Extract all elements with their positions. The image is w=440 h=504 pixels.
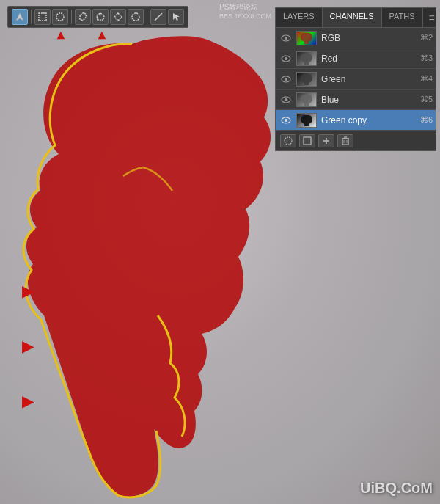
channel-blue[interactable]: Blue ⌘5 [276, 90, 436, 110]
channel-thumb-red [296, 51, 317, 66]
svg-point-3 [132, 13, 139, 21]
load-selection-button[interactable] [280, 134, 296, 147]
svg-point-15 [285, 119, 287, 122]
tab-paths[interactable]: PATHS [382, 8, 423, 27]
arrow-right-1: ▶ [22, 282, 33, 300]
arrow-up-1: ▼ [54, 28, 67, 43]
channel-name-green: Green [321, 74, 417, 84]
direct-select-button[interactable] [168, 9, 184, 25]
svg-point-13 [285, 98, 287, 101]
lasso-tool-button[interactable] [12, 9, 28, 25]
watermark-bottom: UiBQ.CoM [360, 480, 433, 497]
svg-marker-2 [114, 13, 122, 21]
channel-thumb-rgb [296, 31, 317, 45]
toolbar-separator-2 [71, 10, 72, 24]
channel-thumb-blue [296, 92, 317, 107]
svg-point-16 [285, 137, 292, 145]
channel-rgb[interactable]: RGB ⌘2 [276, 28, 436, 48]
delete-channel-button[interactable] [337, 134, 353, 147]
channel-visibility-red[interactable] [279, 51, 293, 66]
channel-name-blue: Blue [321, 95, 417, 105]
svg-point-1 [56, 13, 64, 21]
channel-shortcut-rgb: ⌘2 [420, 33, 433, 43]
toolbar-separator [31, 10, 32, 24]
channel-shortcut-blue: ⌘5 [420, 95, 433, 104]
lasso-freeform-button[interactable] [75, 9, 91, 25]
magic-wand-button[interactable] [128, 9, 144, 25]
magnetic-lasso-button[interactable] [110, 9, 126, 25]
channel-visibility-rgb[interactable] [279, 31, 293, 45]
channel-name-red: Red [321, 54, 417, 64]
polygonal-lasso-button[interactable] [92, 9, 109, 25]
channel-red[interactable]: Red ⌘3 [276, 48, 436, 69]
svg-point-11 [285, 78, 287, 81]
svg-rect-17 [304, 137, 311, 145]
channels-bottom-toolbar [276, 131, 436, 150]
pen-tool-button[interactable] [150, 9, 166, 25]
svg-rect-0 [39, 13, 46, 21]
channel-thumb-green [296, 72, 317, 87]
channel-shortcut-red: ⌘3 [420, 54, 433, 63]
channel-name-green-copy: Green copy [321, 115, 417, 125]
svg-line-4 [155, 13, 162, 21]
ellipse-marquee-button[interactable] [52, 9, 68, 25]
channel-visibility-green-copy[interactable] [279, 113, 293, 128]
tab-layers[interactable]: LAYERS [276, 8, 323, 27]
toolbar [7, 6, 188, 28]
channel-visibility-blue[interactable] [279, 92, 293, 107]
channels-panel: LAYERS CHANNELS PATHS ≡ [275, 7, 436, 151]
channel-green-copy[interactable]: Green copy ⌘6 [276, 110, 436, 131]
channel-green[interactable]: Green ⌘4 [276, 69, 436, 90]
arrow-up-2: ▼ [95, 28, 109, 43]
channel-name-rgb: RGB [321, 33, 417, 43]
panel-tabs: LAYERS CHANNELS PATHS ≡ [276, 8, 436, 28]
channel-thumb-green-copy [296, 113, 317, 128]
watermark-top: PS教程论坛 BBS.16XX8.COM [219, 2, 271, 20]
figure-silhouette [0, 29, 271, 499]
channels-list: RGB ⌘2 Red ⌘3 [276, 28, 436, 131]
channel-shortcut-green-copy: ⌘6 [420, 115, 433, 125]
channel-visibility-green[interactable] [279, 72, 293, 87]
panel-menu-button[interactable]: ≡ [423, 8, 440, 27]
channel-shortcut-green: ⌘4 [420, 74, 433, 84]
svg-rect-20 [342, 139, 348, 145]
arrow-right-2: ▶ [22, 337, 33, 355]
arrow-right-3: ▶ [22, 392, 33, 410]
rect-marquee-button[interactable] [34, 9, 51, 25]
svg-point-9 [285, 57, 287, 60]
new-channel-button[interactable] [318, 134, 334, 147]
svg-marker-5 [173, 13, 180, 21]
svg-point-7 [285, 37, 287, 40]
tab-channels[interactable]: CHANNELS [323, 8, 382, 27]
save-selection-button[interactable] [299, 134, 315, 147]
toolbar-separator-3 [147, 10, 147, 24]
